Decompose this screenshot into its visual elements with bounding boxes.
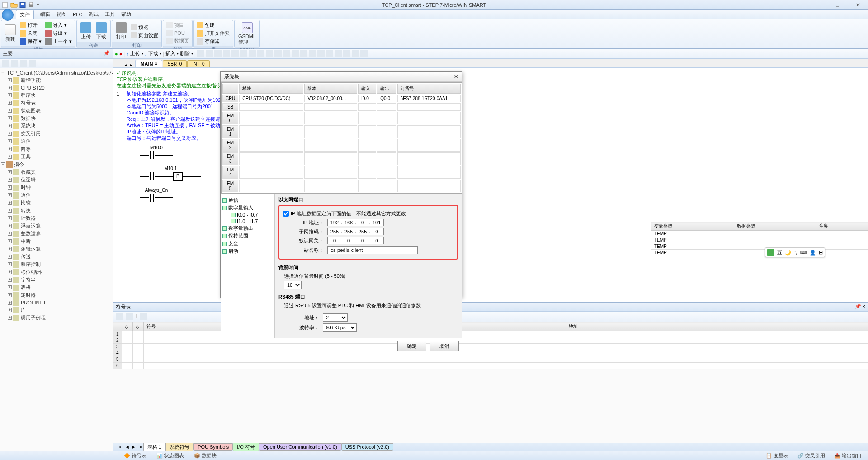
tool-icon[interactable] [29, 60, 36, 67]
ok-button[interactable]: 确定 [397, 341, 426, 351]
tree-item[interactable]: +程序控制 [1, 261, 112, 268]
qat-dropdown-icon[interactable]: ▼ [36, 3, 40, 7]
tree-item[interactable]: +计数器 [1, 214, 112, 222]
table-row[interactable]: EM 0 [222, 112, 461, 124]
symtab-tab3[interactable]: POU Symbols [193, 443, 233, 451]
tree-item[interactable]: +库 [1, 306, 112, 314]
ip-octet[interactable] [328, 238, 341, 243]
create-button[interactable]: 创建 [196, 21, 231, 29]
page-setup-button[interactable]: 页面设置 [129, 32, 160, 39]
save-button[interactable]: 保存▾ [19, 38, 43, 45]
menu-file[interactable]: 文件 [16, 10, 34, 19]
open-button[interactable]: 打开 [19, 21, 43, 29]
tb-icon[interactable] [240, 50, 247, 57]
gateway-input[interactable]: ... [327, 237, 384, 244]
tb-icon[interactable] [360, 50, 368, 57]
tool-icon[interactable] [11, 60, 18, 67]
tb-icon[interactable] [231, 50, 239, 57]
tree-item[interactable]: +通信 [1, 138, 112, 145]
menu-view[interactable]: 视图 [57, 11, 66, 18]
table-row[interactable]: TEMP [651, 231, 868, 237]
tree-item[interactable]: +定时器 [1, 291, 112, 299]
bgtime-select[interactable]: 10 [284, 281, 302, 289]
table-row[interactable]: CPUCPU ST20 (DC/DC/DC)V02.08.02_00.00...… [222, 95, 461, 102]
status-xref[interactable]: 🔗交叉引用 [795, 452, 828, 459]
tb-icon[interactable] [343, 50, 350, 57]
maximize-button[interactable]: □ [827, 0, 848, 10]
symtab-tab5[interactable]: Open User Communication (v1.0) [259, 443, 341, 451]
tb-icon[interactable] [335, 50, 342, 57]
close-file-button[interactable]: 关闭 [19, 29, 43, 37]
project-tree[interactable]: −TCP_Client (C:\Users\Administrator\Desk… [0, 68, 113, 451]
menu-tools[interactable]: 工具 [105, 11, 115, 18]
app-orb-icon[interactable] [2, 9, 14, 21]
status-data[interactable]: 📦数据块 [191, 452, 219, 459]
ime-kbd-icon[interactable]: ⌨ [800, 250, 807, 256]
ip-octet[interactable] [356, 229, 369, 234]
table-row[interactable]: EM 4 [222, 166, 461, 179]
menu-edit[interactable]: 编辑 [40, 11, 50, 18]
tb-icon[interactable] [266, 50, 273, 57]
tree-item[interactable]: +状态图表 [1, 107, 112, 114]
tree-item[interactable]: +调用子例程 [1, 314, 112, 322]
table-row[interactable]: EM 5 [222, 180, 461, 192]
ime-grid-icon[interactable]: ⊞ [819, 250, 823, 256]
previous-button[interactable]: 上一个▾ [44, 38, 73, 45]
ip-address-input[interactable]: ... [327, 219, 384, 226]
ip-fixed-checkbox[interactable] [283, 211, 289, 217]
dialog-tree-item[interactable]: 通信 [222, 196, 273, 204]
tree-item[interactable]: +转换 [1, 207, 112, 214]
tree-item[interactable]: +向导 [1, 145, 112, 153]
rs485-baud-select[interactable]: 9.6 Kbps [323, 323, 357, 332]
tree-item[interactable]: +表格 [1, 284, 112, 291]
ime-person-icon[interactable]: 👤 [810, 250, 816, 256]
tb-icon[interactable] [283, 50, 290, 57]
tb-icon[interactable] [292, 50, 299, 57]
station-name-input[interactable] [327, 246, 418, 254]
tool-icon[interactable] [2, 60, 9, 67]
symtab-tab6[interactable]: USS Protocol (v2.0) [341, 443, 393, 451]
dialog-tree-item[interactable]: 启动 [222, 247, 273, 255]
ip-octet[interactable] [370, 220, 383, 225]
tree-item[interactable]: +数据块 [1, 114, 112, 122]
dialog-tree-item[interactable]: 数字量输入 [222, 204, 273, 212]
print-button[interactable]: 打印 [114, 21, 128, 41]
tree-instructions[interactable]: −指令 [1, 161, 112, 168]
ip-octet[interactable] [342, 238, 355, 243]
openfolder-button[interactable]: 打开文件夹 [196, 29, 231, 37]
table-row[interactable]: 5 [113, 356, 868, 363]
tree-item[interactable]: +中断 [1, 237, 112, 245]
tab-main[interactable]: MAIN× [135, 60, 162, 67]
dialog-close-icon[interactable]: ✕ [454, 74, 458, 80]
tree-item[interactable]: +传送 [1, 253, 112, 261]
ime-moon-icon[interactable]: 🌙 [785, 250, 791, 256]
close-button[interactable]: ✕ [848, 0, 868, 10]
download-button[interactable]: 下载 [94, 21, 108, 41]
symtab-tab4[interactable]: I/O 符号 [233, 443, 259, 451]
tb-icon[interactable] [317, 50, 325, 57]
table-row[interactable]: EM 2 [222, 139, 461, 152]
export-button[interactable]: 导出▾ [44, 29, 73, 37]
tab-sbr[interactable]: SBR_0 [163, 60, 187, 67]
ime-icon[interactable] [767, 249, 774, 256]
tb-delete-label[interactable]: 删除 [180, 50, 190, 57]
ip-octet[interactable] [328, 220, 341, 225]
import-button[interactable]: 导入▾ [44, 21, 73, 29]
dialog-tree-item[interactable]: I0.0 - I0.7 [222, 212, 273, 218]
tree-item[interactable]: +逻辑运算 [1, 245, 112, 253]
menu-debug[interactable]: 调试 [89, 11, 99, 18]
cancel-button[interactable]: 取消 [430, 341, 459, 351]
ip-octet[interactable] [370, 229, 383, 234]
tree-item[interactable]: +PROFINET [1, 299, 112, 306]
memory-button[interactable]: 存储器 [196, 38, 231, 45]
tab-nav-icon[interactable]: ⇤ ◄ ► ⇥ [118, 444, 143, 450]
menu-plc[interactable]: PLC [73, 12, 82, 17]
table-row[interactable]: EM 3 [222, 152, 461, 165]
qat-print-icon[interactable] [28, 1, 35, 9]
tree-item[interactable]: +程序块 [1, 91, 112, 99]
dialog-tree-item[interactable]: 保持范围 [222, 232, 273, 240]
table-row[interactable]: EM 1 [222, 125, 461, 138]
tb-insert-label[interactable]: 插入 [165, 50, 175, 57]
tab-close-icon[interactable]: × [155, 62, 157, 66]
minimize-button[interactable]: ─ [807, 0, 827, 10]
